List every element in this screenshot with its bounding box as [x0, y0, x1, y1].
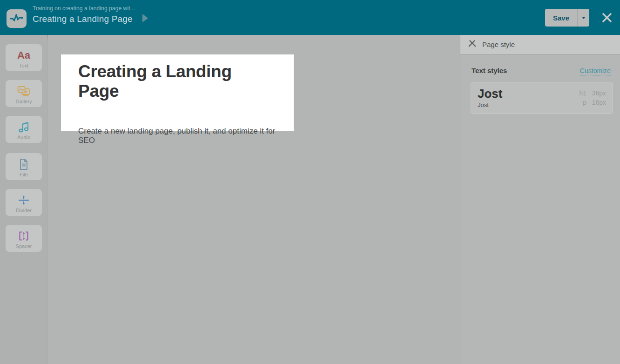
app-logo-button[interactable]	[7, 9, 27, 28]
tool-label: Audio	[17, 135, 30, 140]
panel-body: Text styles Customize Jost Jost h1 36px …	[460, 54, 620, 114]
save-button-group: Save	[545, 9, 589, 27]
panel-header: Page style	[460, 35, 620, 54]
style-size: 16px	[586, 99, 606, 106]
tool-label: Spacer	[16, 243, 32, 249]
sidebar-item-divider[interactable]: Divider	[6, 189, 42, 216]
project-name: Training on creating a landing page wit.…	[33, 5, 135, 12]
font-style-card[interactable]: Jost Jost h1 36px p 16px	[471, 82, 613, 114]
blocks-sidebar: Aa Text Gallery Audio	[0, 35, 47, 364]
sidebar-item-text[interactable]: Aa Text	[6, 44, 42, 71]
file-icon	[18, 157, 29, 171]
style-tag: h1	[576, 89, 586, 97]
close-icon	[601, 12, 613, 23]
pulse-icon	[10, 13, 24, 25]
header-bar: Training on creating a landing page wit.…	[0, 0, 620, 35]
sidebar-item-file[interactable]: File	[6, 153, 42, 180]
style-tag: p	[576, 99, 586, 106]
font-names: Jost Jost	[478, 87, 502, 108]
font-name-small: Jost	[478, 101, 502, 108]
highlighted-text-block[interactable]: Creating a Landing Page Create a new lan…	[61, 54, 294, 131]
sidebar-item-gallery[interactable]: Gallery	[6, 80, 42, 107]
tool-label: Gallery	[16, 99, 32, 104]
design-tools-icon	[467, 39, 477, 50]
save-button[interactable]: Save	[545, 9, 577, 27]
editor-canvas: Creating a Landing Page Create a new lan…	[48, 35, 460, 364]
style-row-h1: h1 36px	[576, 89, 606, 97]
tool-label: Divider	[16, 208, 32, 213]
font-name-large: Jost	[478, 87, 502, 101]
divider-icon	[17, 193, 31, 207]
spacer-icon	[17, 229, 30, 243]
text-styles-row: Text styles Customize	[472, 67, 611, 75]
sidebar-item-audio[interactable]: Audio	[6, 116, 42, 143]
chevron-down-icon	[582, 17, 586, 19]
expand-arrow-icon[interactable]	[142, 14, 148, 22]
save-dropdown-button[interactable]	[577, 9, 589, 27]
style-size: 36px	[586, 89, 606, 97]
close-button[interactable]	[601, 12, 613, 23]
block-heading: Creating a Landing Page	[78, 62, 276, 101]
tool-label: File	[20, 172, 28, 177]
style-row-p: p 16px	[576, 99, 606, 106]
page-title: Creating a Landing Page	[33, 14, 135, 24]
gallery-icon	[17, 84, 31, 98]
sidebar-item-spacer[interactable]: Spacer	[6, 225, 42, 252]
breadcrumb: Training on creating a landing page wit.…	[33, 5, 135, 24]
page-style-panel: Page style Text styles Customize Jost Jo…	[460, 35, 620, 364]
tool-label: Text	[19, 63, 28, 68]
panel-title: Page style	[482, 40, 515, 48]
block-subheading: Create a new landing page, publish it, a…	[78, 127, 276, 145]
font-sizes: h1 36px p 16px	[576, 89, 606, 106]
text-styles-label: Text styles	[472, 67, 507, 74]
text-icon: Aa	[17, 48, 30, 62]
customize-link[interactable]: Customize	[580, 67, 611, 75]
audio-icon	[18, 120, 30, 134]
